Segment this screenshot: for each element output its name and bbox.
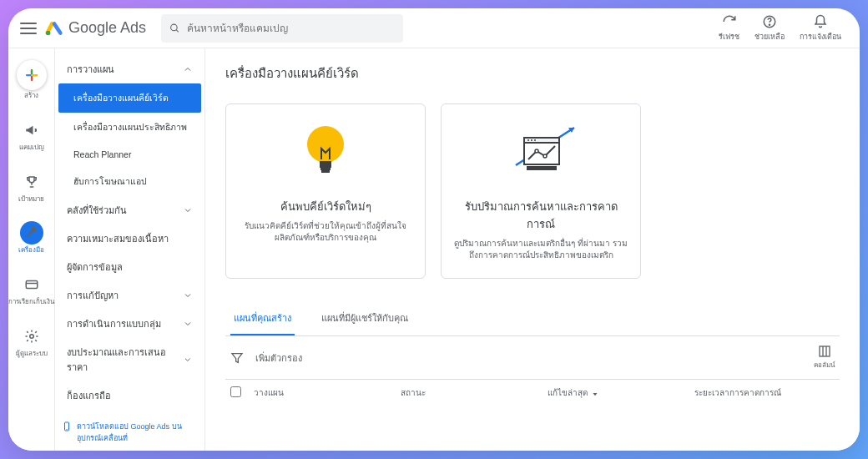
table-toolbar: เพิ่มตัวกรอง คอลัมน์ xyxy=(225,336,840,380)
svg-point-23 xyxy=(531,139,532,141)
create-button[interactable]: สร้าง xyxy=(8,57,54,103)
bell-icon xyxy=(813,14,828,29)
plus-icon xyxy=(24,68,39,83)
top-actions: รีเฟรช ช่วยเหลือ การแจ้งเตือน xyxy=(719,14,841,43)
svg-marker-28 xyxy=(232,353,242,362)
chevron-up-icon xyxy=(183,64,193,74)
svg-point-1 xyxy=(171,24,178,31)
sp-item-app-hub[interactable]: ฮับการโฆษณาแอป xyxy=(55,167,204,196)
trophy-icon xyxy=(24,174,39,189)
phone-icon xyxy=(62,421,72,431)
col-plan[interactable]: วางแผน xyxy=(254,386,394,399)
chevron-down-icon xyxy=(183,290,193,300)
card-discover-keywords[interactable]: ค้นพบคีย์เวิร์ดใหม่ๆ รับแนวคิดคีย์เวิร์ด… xyxy=(225,103,426,279)
help-button[interactable]: ช่วยเหลือ xyxy=(754,14,785,43)
topbar: Google Ads รีเฟรช ช่วยเหลือ การแจ้งเตือน xyxy=(8,8,860,48)
help-icon xyxy=(762,14,777,29)
svg-point-24 xyxy=(534,139,536,141)
svg-point-22 xyxy=(527,139,529,141)
svg-point-11 xyxy=(29,335,33,339)
wrench-icon xyxy=(24,225,39,240)
gear-icon xyxy=(24,329,39,344)
table-header: วางแผน สถานะ แก้ไขล่าสุด ระยะเวลาการคาดก… xyxy=(225,380,840,406)
lightbulb-illustration xyxy=(288,119,363,186)
col-last-modified[interactable]: แก้ไขล่าสุด xyxy=(548,386,688,399)
notifications-button[interactable]: การแจ้งเตือน xyxy=(800,14,841,43)
tab-shared-plans[interactable]: แผนที่มีผู้แชร์ให้กับคุณ xyxy=(318,302,411,335)
chevron-down-icon xyxy=(183,319,193,329)
side-panel: การวางแผน เครื่องมือวางแผนคีย์เวิร์ด เคร… xyxy=(55,48,205,451)
sp-group-more[interactable]: ก็องแกรถือ xyxy=(55,381,204,410)
svg-point-0 xyxy=(46,30,51,35)
col-forecast-period[interactable]: ระยะเวลาการคาดการณ์ xyxy=(694,386,835,399)
svg-line-2 xyxy=(176,29,179,32)
main-content: เครื่องมือวางแผนคีย์เวิร์ด ค้นพบคีย์เวิร… xyxy=(205,48,860,451)
sp-item-performance-planner[interactable]: เครื่องมือวางแผนประสิทธิภาพ xyxy=(55,113,204,142)
search-box[interactable] xyxy=(161,14,403,43)
app-window: Google Ads รีเฟรช ช่วยเหลือ การแจ้งเตือน xyxy=(8,8,860,451)
sp-group-content[interactable]: ความเหมาะสมของเนื้อหา xyxy=(55,224,204,253)
filter-icon[interactable] xyxy=(230,351,244,365)
card-title: รับปริมาณการค้นหาและการคาดการณ์ xyxy=(453,198,628,233)
rail-billing[interactable]: การเรียกเก็บเงิน xyxy=(8,270,54,310)
rail-admin[interactable]: ผู้ดูแลระบบ xyxy=(8,321,54,361)
refresh-icon xyxy=(722,14,737,29)
svg-point-25 xyxy=(535,149,538,153)
svg-point-4 xyxy=(769,24,770,25)
sp-group-planning[interactable]: การวางแผน xyxy=(55,55,204,83)
select-all-checkbox[interactable] xyxy=(230,386,241,397)
page-title: เครื่องมือวางแผนคีย์เวิร์ด xyxy=(225,63,840,83)
product-logo[interactable]: Google Ads xyxy=(45,19,146,38)
card-icon xyxy=(24,277,39,292)
card-title: ค้นพบคีย์เวิร์ดใหม่ๆ xyxy=(280,198,371,215)
plan-tabs: แผนที่คุณสร้าง แผนที่มีผู้แชร์ให้กับคุณ xyxy=(225,302,840,336)
svg-rect-16 xyxy=(320,168,331,170)
svg-rect-9 xyxy=(26,281,38,289)
columns-icon xyxy=(818,345,831,358)
svg-point-26 xyxy=(543,154,547,158)
chart-illustration xyxy=(503,119,578,186)
search-input[interactable] xyxy=(187,23,395,34)
sp-group-bulk[interactable]: การดำเนินการแบบกลุ่ม xyxy=(55,310,204,338)
svg-rect-21 xyxy=(524,138,559,143)
sp-group-data[interactable]: ผู้จัดการข้อมูล xyxy=(55,253,204,281)
sp-item-keyword-planner[interactable]: เครื่องมือวางแผนคีย์เวิร์ด xyxy=(58,83,201,113)
sp-group-budget[interactable]: งบประมาณและการเสนอราคา xyxy=(55,338,204,381)
rail-campaigns[interactable]: แคมเปญ xyxy=(8,115,54,155)
chevron-down-icon xyxy=(183,205,193,215)
menu-icon[interactable] xyxy=(18,18,38,38)
search-icon xyxy=(169,23,180,34)
app-download-promo[interactable]: ดาวน์โหลดแอป Google Ads บนอุปกรณ์เคลื่อน… xyxy=(62,421,198,444)
nav-rail: สร้าง แคมเปญ เป้าหมาย เครื่องมือ การเรีย… xyxy=(8,48,55,451)
svg-rect-29 xyxy=(820,346,830,356)
sp-group-troubleshoot[interactable]: การแก้ปัญหา xyxy=(55,281,204,310)
svg-rect-17 xyxy=(321,170,330,173)
svg-rect-27 xyxy=(527,166,557,170)
svg-point-14 xyxy=(307,126,344,163)
arrow-down-icon xyxy=(591,389,599,397)
card-desc: ดูปริมาณการค้นหาและเมตริกอื่นๆ ที่ผ่านมา… xyxy=(453,238,628,261)
svg-rect-15 xyxy=(320,161,331,168)
rail-goals[interactable]: เป้าหมาย xyxy=(8,167,54,207)
add-filter[interactable]: เพิ่มตัวกรอง xyxy=(255,351,302,366)
product-name: Google Ads xyxy=(68,19,146,37)
sp-item-reach-planner[interactable]: Reach Planner xyxy=(55,142,204,167)
refresh-button[interactable]: รีเฟรช xyxy=(719,14,739,43)
card-get-forecasts[interactable]: รับปริมาณการค้นหาและการคาดการณ์ ดูปริมาณ… xyxy=(441,103,641,279)
card-desc: รับแนวคิดคีย์เวิร์ดที่ช่วยให้คุณเข้าถึงผ… xyxy=(238,220,413,244)
tab-your-plans[interactable]: แผนที่คุณสร้าง xyxy=(230,302,295,335)
chevron-down-icon xyxy=(183,355,193,365)
google-ads-logo-icon xyxy=(45,19,63,38)
col-status[interactable]: สถานะ xyxy=(401,386,541,399)
sp-group-shared[interactable]: คลังที่ใช้ร่วมกัน xyxy=(55,196,204,224)
megaphone-icon xyxy=(24,123,39,138)
rail-tools[interactable]: เครื่องมือ xyxy=(8,218,54,258)
columns-button[interactable]: คอลัมน์ xyxy=(814,345,835,371)
